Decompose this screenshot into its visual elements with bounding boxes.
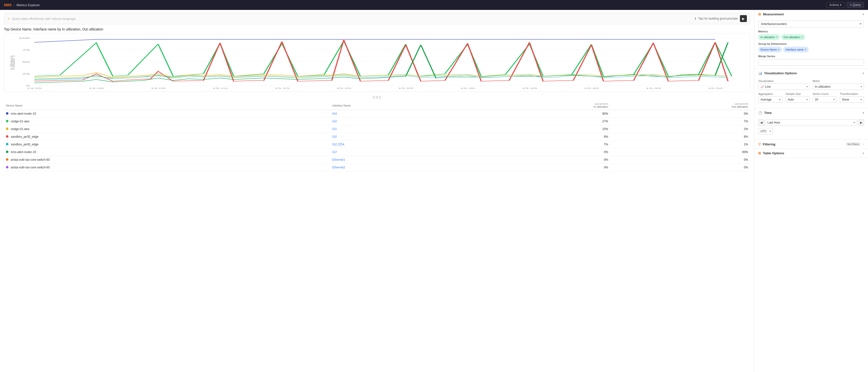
metrics-label: Metrics [758,30,864,33]
groupby-label: Group by Dimensions [758,42,864,45]
metrics-tags: In utilization × Out utilization × [758,34,864,40]
out-util-cell: 1% [610,141,750,148]
viz-title: 📊 Visualization Options [758,71,797,75]
tips-label: Tips for building good prompts [698,17,738,20]
viz-header[interactable]: 📊 Visualization Options ▾ [754,69,868,78]
interface-cell[interactable]: Gi7 [330,148,485,156]
out-util-cell: 8% [610,133,750,141]
metric-tag-out-util-remove[interactable]: × [801,35,803,39]
tips-icon: ℹ [695,17,696,20]
groupby-tag-device-remove[interactable]: × [778,48,780,51]
device-cell: arista-vultr-lax-core-switch-60 [4,164,330,172]
in-util-cell: 27% [485,118,610,125]
col-out-util-header: Last percent Out utilization [610,101,750,110]
interface-link[interactable]: Ethernet2 [332,166,345,169]
viz-row-2: Aggregation Average Sample Size Auto Ser… [758,92,864,103]
table-row: sandbox_pe30_edge Gi2.2254 7% 1% [4,141,750,148]
filtering-title: ▽ Filtering [758,143,775,146]
time-prev-button[interactable]: ◀ [758,119,764,126]
viz-select[interactable]: 📈 Line [758,84,810,90]
drag-handle[interactable]: ⠿⠿⠿ [4,94,750,101]
timezone-select[interactable]: UTC Local [758,128,773,134]
out-util-cell: 7% [610,118,750,125]
out-util-cell: 0% [610,110,750,118]
query-placeholder: Query data effortlessly with natural lan… [12,17,75,21]
agg-label: Aggregation [758,92,782,95]
device-dot [6,151,8,153]
device-name: arista-vultr-lax-core-switch-60 [11,158,50,161]
device-dot [6,166,8,168]
interface-cell[interactable]: Gi1 [330,125,485,133]
table-options-section: ⊞ Table Options ▾ [754,149,868,158]
svg-text:15:05: 15:05 [151,87,166,89]
in-util-cell: 0% [485,164,610,172]
svg-text:14:55: 14:55 [27,87,42,89]
svg-text:15:25: 15:25 [398,87,413,89]
device-dot [6,120,8,122]
interface-cell[interactable]: Gi2.2254 [330,141,485,148]
actions-button[interactable]: Actions ▾ [826,2,845,8]
breadcrumb: NMS > Metrics Explorer [4,3,40,7]
filtering-header[interactable]: ▽ Filtering No Filters › [754,140,868,149]
breadcrumb-separator: > [13,3,15,7]
device-name: cedge-01-aws [11,120,29,123]
query-button[interactable]: ≡ Query [847,2,864,8]
measurement-title: ⊞ Measurement [758,12,784,16]
table-row: nms-alert-router-15 Gi7 0% 89% [4,148,750,156]
interface-link[interactable]: Gi2 [332,135,337,138]
sample-select[interactable]: Auto [785,96,810,103]
time-next-button[interactable]: ▶ [858,119,864,126]
table-row: arista-vultr-lax-core-switch-60 Ethernet… [4,156,750,164]
measurement-select[interactable]: /interfaces/counters [758,21,864,28]
svg-text:0: 0 [26,85,30,87]
agg-select[interactable]: Average [758,96,782,103]
interface-link[interactable]: Gi2 [332,120,337,123]
device-name: sandbox_pe30_edge [11,143,38,146]
measurement-icon: ⊞ [758,12,761,16]
time-title: 🕐 Time [758,111,772,115]
device-name: cedge-01-aws [11,127,29,131]
transform-label: Transformation [840,92,864,95]
filtering-chevron: › [863,143,864,146]
in-util-cell: 90% [485,110,610,118]
interface-link[interactable]: Gi1 [332,127,337,131]
interface-link[interactable]: Gi7 [332,150,337,154]
interface-cell[interactable]: Ethernet1 [330,156,485,164]
interface-cell[interactable]: Gi4 [330,110,485,118]
device-name: sandbox_pe30_edge [11,135,38,138]
series-select[interactable]: 20 [813,96,837,103]
metric-select[interactable]: In utilization [813,84,864,90]
metric-tag-in-util-remove[interactable]: × [776,35,778,39]
interface-cell[interactable]: Ethernet2 [330,164,485,172]
device-dot [6,112,8,115]
device-cell: nms-alert-router-15 [4,148,330,156]
transform-select[interactable]: None [840,96,864,103]
interface-link[interactable]: Gi4 [332,112,337,116]
groupby-tag-interface: Interface name × [783,47,809,52]
interface-cell[interactable]: Gi2 [330,133,485,141]
device-dot [6,158,8,161]
in-util-cell: 15% [485,125,610,133]
in-util-cell: 0% [485,156,610,164]
interface-link[interactable]: Ethernet1 [332,158,345,161]
run-query-button[interactable]: ▶ [740,15,747,22]
viz-col-viz: Visualization 📈 Line [758,80,810,90]
time-range-select[interactable]: Last Hour Last 6 Hours Last 24 Hours Las… [765,119,857,126]
merge-input[interactable] [758,59,864,66]
viz-col-transform: Transformation None [840,92,864,103]
measurement-section: ⊞ Measurement ▾ /interfaces/counters Met… [754,10,868,69]
groupby-tag-interface-remove[interactable]: × [805,48,806,51]
interface-link[interactable]: Gi2.2254 [332,143,344,146]
table-options-header[interactable]: ⊞ Table Options ▾ [754,149,868,157]
viz-row-1: Visualization 📈 Line Metric In utilizati… [758,80,864,90]
measurement-header[interactable]: ⊞ Measurement ▾ [754,10,868,19]
svg-text:15:20: 15:20 [336,87,351,89]
out-util-cell: 0% [610,164,750,172]
interface-cell[interactable]: Gi2 [330,118,485,125]
logo: NMS [4,3,12,7]
out-util-cell: 0% [610,156,750,164]
query-bar-right: ℹ Tips for building good prompts ▶ [695,15,747,22]
time-header[interactable]: 🕐 Time ▾ [754,108,868,117]
viz-col-series: Series Count 20 [813,92,837,103]
filter-icon: ▽ [758,143,761,146]
